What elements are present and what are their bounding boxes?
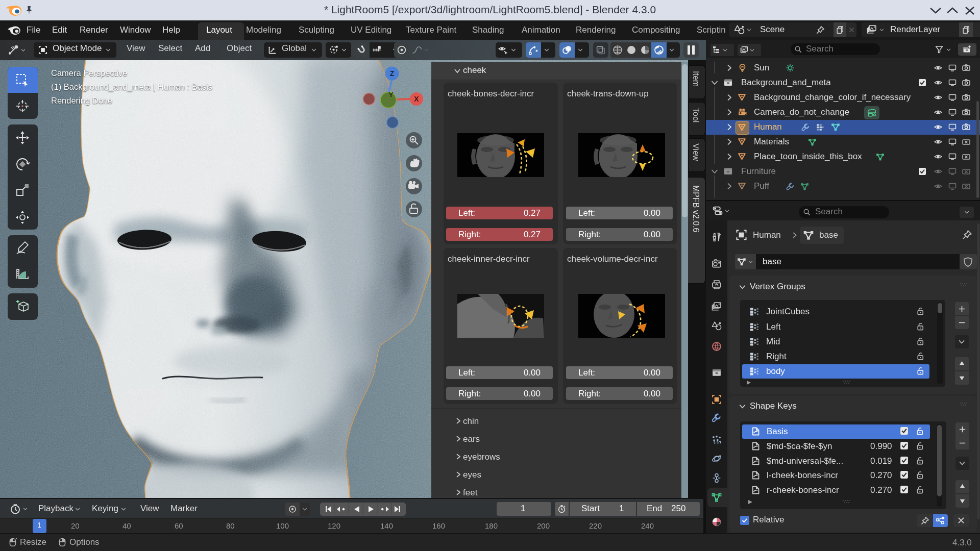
svg-text:Z: Z — [390, 69, 395, 78]
svg-text:Y: Y — [389, 91, 394, 98]
svg-text:X: X — [414, 95, 419, 103]
